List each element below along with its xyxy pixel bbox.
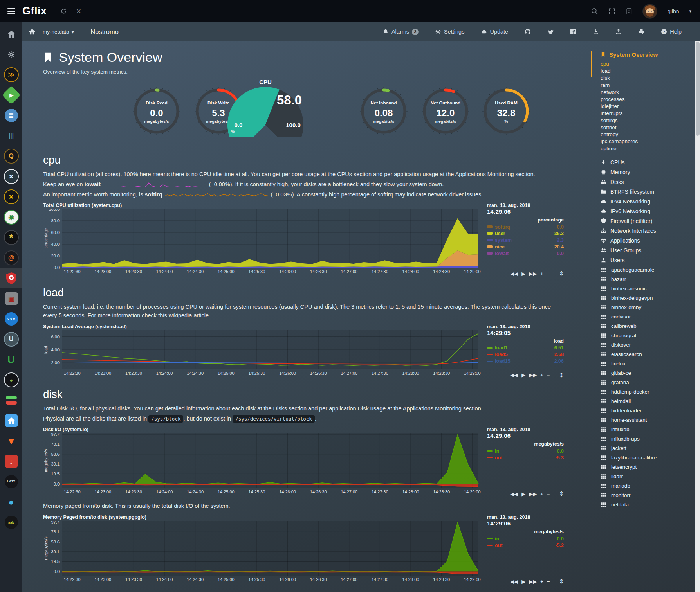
rail-item-settings[interactable] xyxy=(0,44,22,65)
rail-item-home-assistant[interactable] xyxy=(0,410,22,431)
legend-memory-in[interactable]: in0.0 xyxy=(487,535,564,542)
close-tab-icon[interactable]: × xyxy=(76,7,81,16)
menu-app-hiddenloader[interactable]: hiddenloader xyxy=(591,406,700,415)
menu-section-user-groups[interactable]: User Groups xyxy=(591,245,700,255)
menu-item-load[interactable]: load xyxy=(591,67,700,74)
legend-load-load5[interactable]: load52.68 xyxy=(487,351,564,358)
chart-control-backward[interactable]: ◀◀ xyxy=(510,491,518,497)
chart-control-zoom-in[interactable]: + xyxy=(540,372,543,378)
nav-import[interactable] xyxy=(607,29,630,35)
chart-control-zoom-out[interactable]: − xyxy=(547,271,550,277)
menu-item-ipc-semaphores[interactable]: ipc semaphores xyxy=(591,138,700,145)
chart-resize-handle[interactable]: ⇕ xyxy=(559,578,564,585)
menu-app-letsencrypt[interactable]: letsencrypt xyxy=(591,462,700,471)
rail-item-jackett[interactable]: Q xyxy=(0,146,22,166)
chart-memory[interactable]: Memory Paged from/to disk (system.pgpgio… xyxy=(43,515,592,584)
chart-resize-handle[interactable]: ⇕ xyxy=(559,372,564,379)
chart-control-forward[interactable]: ▶▶ xyxy=(529,271,537,277)
menu-section-applications[interactable]: Applications xyxy=(591,236,700,245)
rail-item-green-media-app[interactable]: ◉ xyxy=(0,207,22,227)
menu-app-jackett[interactable]: jackett xyxy=(591,443,700,453)
gauge-cpu[interactable]: CPU58.00.0100.0% xyxy=(213,78,318,137)
menu-app-hddtemp-docker[interactable]: hddtemp-docker xyxy=(591,387,700,396)
menu-app-chronograf[interactable]: chronograf xyxy=(591,331,700,340)
gauge-disk-read[interactable]: Disk Read0.0megabytes/s xyxy=(132,86,181,136)
avatar[interactable] xyxy=(642,4,657,19)
menu-item-softnet[interactable]: softnet xyxy=(591,124,700,131)
menu-item-idlejitter[interactable]: idlejitter xyxy=(591,103,700,110)
menu-item-disk[interactable]: disk xyxy=(591,74,700,81)
menu-icon[interactable] xyxy=(0,8,22,14)
rail-item-sabnzbd[interactable]: sab xyxy=(0,512,22,533)
menu-app-binhex-emby[interactable]: binhex-emby xyxy=(591,302,700,312)
menu-app-lazylibrarian-calibre[interactable]: lazylibrarian-calibre xyxy=(591,453,700,462)
chart-cpu[interactable]: Total CPU utilization (system.cpu)100.08… xyxy=(43,203,592,276)
fullscreen-icon[interactable] xyxy=(608,8,615,15)
chart-load[interactable]: System Load Average (system.load)6.004.0… xyxy=(43,324,592,378)
chart-control-backward[interactable]: ◀◀ xyxy=(510,372,518,378)
menu-system-overview[interactable]: System Overview xyxy=(591,51,700,58)
menu-item-ram[interactable]: ram xyxy=(591,81,700,88)
changelog-icon[interactable] xyxy=(626,8,632,15)
host-dropdown[interactable]: my-netdata▾ xyxy=(43,29,74,35)
menu-app-heimdall[interactable]: heimdall xyxy=(591,396,700,406)
rail-item-water-drop-app[interactable]: ● xyxy=(0,492,22,512)
rail-item-tautulli[interactable]: × xyxy=(0,187,22,207)
chart-control-play[interactable]: ▶ xyxy=(521,491,525,497)
menu-app-monitorr[interactable]: monitorr xyxy=(591,490,700,500)
legend-disk-in[interactable]: in0.0 xyxy=(487,448,564,454)
rail-item-home[interactable] xyxy=(0,24,22,44)
rail-item-pinwheel-app[interactable]: × xyxy=(0,166,22,187)
menu-app-influxdb-ups[interactable]: influxdb-ups xyxy=(591,434,700,443)
rail-item-plex[interactable]: ≫ xyxy=(0,65,22,85)
menu-app-home-assistant[interactable]: home-assistant xyxy=(591,415,700,425)
menu-section-btrfs-filesystem[interactable]: BTRFS filesystem xyxy=(591,187,700,196)
nav-settings[interactable]: Settings xyxy=(427,29,473,35)
chart-control-play[interactable]: ▶ xyxy=(521,271,525,277)
home-icon[interactable] xyxy=(29,28,36,35)
scrollbar-thumb[interactable] xyxy=(696,42,700,136)
scrollbar[interactable] xyxy=(695,41,700,592)
rail-item-monitorr[interactable] xyxy=(0,390,22,410)
menu-section-ipv4-networking[interactable]: IPv4 Networking xyxy=(591,196,700,206)
rail-item-airsonic[interactable]: ||| xyxy=(0,126,22,146)
chart-disk[interactable]: Disk I/O (system.io)97.778.158.639.119.5… xyxy=(43,427,592,497)
chart-control-forward[interactable]: ▶▶ xyxy=(529,372,537,378)
menu-section-disks[interactable]: Disks xyxy=(591,177,700,187)
legend-cpu-nice[interactable]: nice20.4 xyxy=(487,243,564,250)
menu-app-binhex-airsonic[interactable]: binhex-airsonic xyxy=(591,284,700,293)
chart-control-play[interactable]: ▶ xyxy=(521,372,525,378)
menu-section-ipv6-networking[interactable]: IPv6 Networking xyxy=(591,206,700,216)
gauge-net-outbound[interactable]: Net Outbound12.0megabits/s xyxy=(421,86,470,136)
chart-resize-handle[interactable]: ⇕ xyxy=(559,490,564,497)
nav-print[interactable] xyxy=(630,29,653,35)
menu-app-grafana[interactable]: grafana xyxy=(591,378,700,387)
menu-section-network-interfaces[interactable]: Network Interfaces xyxy=(591,226,700,236)
nav-alarms[interactable]: Alarms2 xyxy=(374,29,427,35)
chart-control-zoom-out[interactable]: − xyxy=(547,491,550,497)
menu-app-bazarr[interactable]: bazarr xyxy=(591,274,700,284)
legend-load-load1[interactable]: load16.51 xyxy=(487,345,564,351)
menu-app-binhex-delugevpn[interactable]: binhex-delugevpn xyxy=(591,293,700,302)
menu-section-firewall-netfilter-[interactable]: Firewall (netfilter) xyxy=(591,216,700,226)
chart-control-zoom-in[interactable]: + xyxy=(540,271,543,277)
nav-export[interactable] xyxy=(585,29,607,35)
chart-resize-handle[interactable]: ⇕ xyxy=(559,270,564,277)
legend-cpu-user[interactable]: user35.3 xyxy=(487,230,564,237)
rail-item-netdata-active-tab[interactable] xyxy=(0,268,22,288)
rail-item-ubooquity[interactable]: U xyxy=(0,349,22,370)
menu-app-elasticsearch[interactable]: elasticsearch xyxy=(591,349,700,359)
menu-item-network[interactable]: network xyxy=(591,88,700,95)
menu-section-memory[interactable]: Memory xyxy=(591,167,700,177)
menu-app-apacheguacamole[interactable]: apacheguacamole xyxy=(591,265,700,274)
menu-item-entropy[interactable]: entropy xyxy=(591,131,700,138)
rail-item-lazylibrarian[interactable]: LAZY xyxy=(0,471,22,492)
rail-item-gitlab[interactable]: ▼ xyxy=(0,431,22,451)
nav-facebook[interactable] xyxy=(562,29,585,35)
chart-control-zoom-out[interactable]: − xyxy=(547,372,550,378)
rail-item-hydra-graph-app[interactable]: * xyxy=(0,227,22,248)
menu-item-cpu[interactable]: cpu xyxy=(591,60,700,67)
rail-item-emby[interactable]: ▶ xyxy=(0,85,22,105)
menu-section-users[interactable]: Users xyxy=(591,255,700,265)
menu-section-cpus[interactable]: CPUs xyxy=(591,157,700,167)
